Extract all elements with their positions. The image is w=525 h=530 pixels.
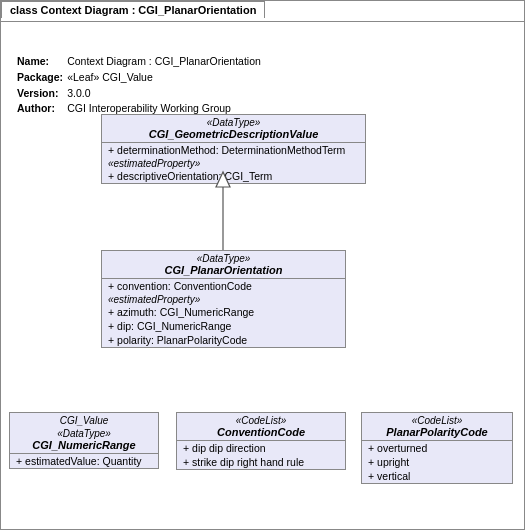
name-value: Context Diagram : CGI_PlanarOrientation — [67, 54, 265, 70]
geometric-attr-0: + determinationMethod: DeterminationMeth… — [102, 143, 365, 157]
numeric-attr-0: + estimatedValue: Quantity — [10, 454, 158, 468]
convention-stereotype: «CodeList» — [177, 413, 345, 426]
planar-estimated-attr-1: + dip: CGI_NumericRange — [102, 319, 345, 333]
package-label: Package: — [17, 70, 67, 86]
planar-estimated-attr-0: + azimuth: CGI_NumericRange — [102, 305, 345, 319]
package-value: «Leaf» CGI_Value — [67, 70, 265, 86]
planar-name: CGI_PlanarOrientation — [102, 264, 345, 278]
diagram-container: class Context Diagram : CGI_PlanarOrient… — [0, 0, 525, 530]
version-value: 3.0.0 — [67, 86, 265, 102]
class-numeric: CGI_Value «DataType» CGI_NumericRange + … — [9, 412, 159, 469]
diagram-inner: Name: Context Diagram : CGI_PlanarOrient… — [1, 21, 524, 529]
polarity-stereotype: «CodeList» — [362, 413, 512, 426]
author-label: Author: — [17, 101, 67, 117]
convention-name: ConventionCode — [177, 426, 345, 440]
polarity-attr-0: + overturned — [362, 441, 512, 455]
polarity-attr-1: + upright — [362, 455, 512, 469]
convention-attr-1: + strike dip right hand rule — [177, 455, 345, 469]
name-label: Name: — [17, 54, 67, 70]
convention-attr-0: + dip dip direction — [177, 441, 345, 455]
geometric-estimated-label: «estimatedProperty» — [102, 157, 365, 169]
class-polarity: «CodeList» PlanarPolarityCode + overturn… — [361, 412, 513, 484]
class-planar: «DataType» CGI_PlanarOrientation + conve… — [101, 250, 346, 348]
info-box: Name: Context Diagram : CGI_PlanarOrient… — [9, 50, 516, 121]
geometric-stereotype: «DataType» — [102, 115, 365, 128]
class-convention: «CodeList» ConventionCode + dip dip dire… — [176, 412, 346, 470]
diagram-title: class Context Diagram : CGI_PlanarOrient… — [1, 1, 265, 18]
polarity-name: PlanarPolarityCode — [362, 426, 512, 440]
numeric-name: CGI_NumericRange — [10, 439, 158, 453]
numeric-stereotype2: «DataType» — [10, 426, 158, 439]
planar-stereotype: «DataType» — [102, 251, 345, 264]
version-label: Version: — [17, 86, 67, 102]
geometric-estimated-attr-0: + descriptiveOrientation: CGI_Term — [102, 169, 365, 183]
planar-attr-0: + convention: ConventionCode — [102, 279, 345, 293]
numeric-stereotype1: CGI_Value — [10, 413, 158, 426]
planar-estimated-attr-2: + polarity: PlanarPolarityCode — [102, 333, 345, 347]
polarity-attr-2: + vertical — [362, 469, 512, 483]
geometric-name: CGI_GeometricDescriptionValue — [102, 128, 365, 142]
class-geometric: «DataType» CGI_GeometricDescriptionValue… — [101, 114, 366, 184]
planar-estimated-label: «estimatedProperty» — [102, 293, 345, 305]
